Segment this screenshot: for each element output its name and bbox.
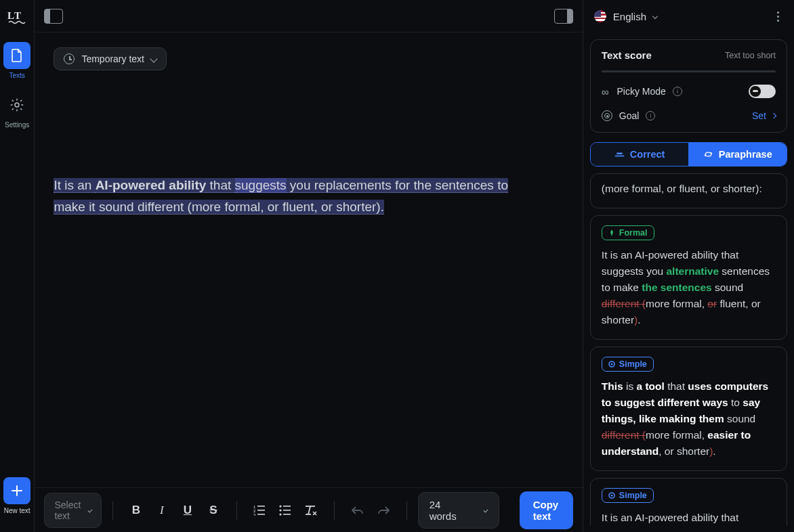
card-text: It is an AI-powered ability that suggest… [602,510,776,525]
picky-toggle[interactable] [749,85,776,98]
badge-simple: Simple [602,488,654,503]
nav-texts[interactable]: Texts [3,42,30,79]
toggle-left-panel-icon[interactable] [44,9,63,24]
style-selector[interactable]: Select text [44,493,102,528]
refresh-icon [703,151,713,158]
underline-button[interactable]: U [175,498,200,523]
card-text: This is a tool that uses computers to su… [602,378,776,460]
nav-settings-label: Settings [5,121,29,129]
more-menu-button[interactable] [773,7,783,26]
clear-format-button[interactable] [299,498,323,523]
editor-topbar [35,0,582,32]
chevron-down-icon [88,508,93,512]
app-logo: L T [7,7,27,27]
chevron-down-icon [652,14,658,19]
text-highlight: suggests [235,178,287,193]
flag-us-icon [594,10,606,22]
divider [334,501,335,520]
divider [236,501,237,520]
format-toolbar: Select text B I U S 123 [35,487,582,532]
paraphrase-cards: (more formal, or fluent, or shorter): Fo… [590,173,787,525]
nav-settings[interactable]: Settings [3,91,30,129]
new-text-label: New text [4,507,30,514]
score-note: Text too short [725,51,776,60]
svg-point-11 [280,509,282,511]
text-span: that [206,178,234,193]
chevron-down-icon [150,55,157,62]
toggle-right-panel-icon[interactable] [554,9,573,24]
formal-icon [608,229,615,236]
italic-button[interactable]: I [150,498,174,523]
editor-pane: Temporary text It is an AI-powered abili… [35,0,583,532]
target-icon [602,110,612,121]
svg-point-20 [610,363,612,365]
sidebar-top: English [590,0,787,32]
chevron-right-icon [771,113,776,118]
card-text: (more formal, or fluent, or shorter): [602,183,762,194]
text-span: It is an [54,178,95,193]
paraphrase-card-formal[interactable]: Formal It is an AI-powered ability that … [590,215,787,340]
paraphrase-card-simple[interactable]: Simple This is a tool that uses computer… [590,347,787,471]
document-title-chip[interactable]: Temporary text [54,47,167,70]
svg-rect-14 [283,514,291,515]
paraphrase-card-simple[interactable]: Simple It is an AI-powered ability that … [590,478,787,525]
text-span: AI-powered ability [96,178,207,193]
ordered-list-button[interactable]: 123 [247,498,272,523]
divider [406,501,407,520]
copy-text-button[interactable]: Copy text [520,491,573,529]
info-icon[interactable]: i [646,111,655,120]
left-nav: L T Texts Settings New text [0,0,35,532]
redo-button[interactable] [371,498,396,523]
language-label: English [613,11,646,22]
clock-icon [64,53,75,64]
language-selector[interactable]: English [594,10,657,22]
info-icon[interactable]: i [673,87,682,96]
gear-icon [3,91,30,118]
new-text-button[interactable]: New text [3,477,30,514]
score-bar [602,70,776,72]
glasses-icon: ∞ [602,86,610,97]
simple-icon [608,361,615,368]
mode-tabs: Correct Paraphrase [590,142,787,167]
style-selector-label: Select text [54,500,82,521]
editor-content[interactable]: It is an AI-powered ability that suggest… [54,175,528,219]
picky-label: Picky Mode [617,86,666,97]
tab-correct[interactable]: Correct [591,143,689,166]
tab-paraphrase[interactable]: Paraphrase [688,143,787,166]
text-span: sound different (more formal, or fluent,… [99,200,384,215]
svg-point-22 [610,495,612,497]
svg-rect-8 [257,514,265,515]
unordered-list-button[interactable] [273,498,297,523]
correct-icon [614,151,625,158]
svg-rect-12 [283,510,291,511]
svg-rect-17 [615,156,624,157]
simple-icon [608,492,615,499]
svg-rect-18 [617,153,622,155]
goal-label: Goal [619,110,640,121]
set-goal-button[interactable]: Set [752,110,776,121]
svg-text:3: 3 [253,513,256,516]
svg-rect-10 [283,506,291,507]
undo-button[interactable] [346,498,370,523]
bold-button[interactable]: B [124,498,148,523]
svg-point-9 [280,505,282,507]
score-card: Text score Text too short ∞ Picky Mode i… [590,39,787,133]
strikethrough-button[interactable]: S [201,498,226,523]
badge-formal: Formal [602,225,654,240]
svg-rect-16 [306,514,311,515]
score-title: Text score [602,49,652,61]
document-icon [3,42,30,69]
paraphrase-card[interactable]: (more formal, or fluent, or shorter): [590,173,787,208]
set-label: Set [752,110,766,121]
svg-point-13 [280,513,282,515]
word-count-selector[interactable]: 24 words [418,492,499,529]
badge-simple: Simple [602,357,654,372]
card-text: It is an AI-powered ability that suggest… [602,247,776,328]
divider [112,501,113,520]
svg-rect-6 [257,510,265,511]
chevron-down-icon [484,508,488,512]
svg-text:T: T [14,10,21,21]
document-title: Temporary text [81,53,144,64]
editor-area[interactable]: Temporary text It is an AI-powered abili… [35,32,582,487]
svg-text:L: L [7,10,14,21]
